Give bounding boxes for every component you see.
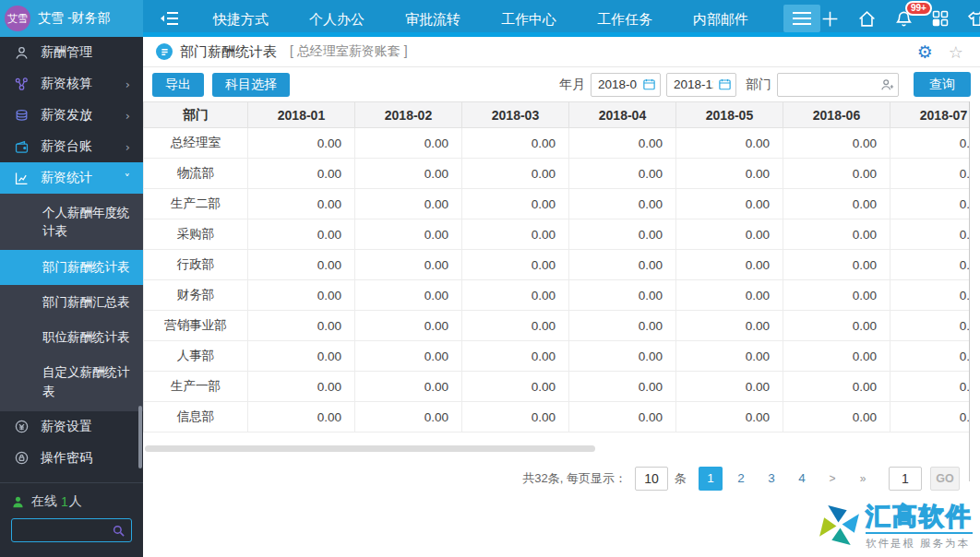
page-buttons: 1234: [699, 467, 814, 491]
calendar-icon[interactable]: [718, 77, 732, 91]
page-size-input[interactable]: [635, 467, 668, 491]
query-button[interactable]: 查询: [914, 72, 971, 97]
search-icon[interactable]: [112, 524, 125, 538]
dept-cell: 人事部: [144, 341, 248, 372]
value-cell: 0.00: [462, 372, 569, 402]
value-cell: 0.00: [462, 250, 569, 280]
table-row[interactable]: 生产二部0.000.000.000.000.000.000.00: [144, 189, 970, 219]
table-row[interactable]: 行政部0.000.000.000.000.000.000.00: [144, 250, 970, 280]
subject-select-button[interactable]: 科目选择: [212, 73, 290, 97]
user-avatar[interactable]: 艾雪: [5, 6, 30, 31]
value-cell: 0.00: [355, 128, 462, 159]
chevron-down-icon: ˅: [125, 172, 131, 185]
nav-item-1[interactable]: 个人办公: [289, 3, 385, 35]
value-cell: 0.00: [248, 280, 355, 311]
plus-icon[interactable]: [820, 9, 840, 29]
table-row[interactable]: 生产一部0.000.000.000.000.000.000.00: [144, 372, 970, 402]
value-cell: 0.00: [462, 341, 569, 372]
sidebar-item-5[interactable]: 薪资设置: [0, 411, 143, 443]
value-cell: 0.00: [890, 219, 970, 250]
sidebar-search-input[interactable]: [12, 524, 112, 538]
topbar-icons: 99+: [820, 9, 980, 29]
value-cell: 0.00: [783, 219, 890, 250]
menu-burger-button[interactable]: [783, 5, 820, 32]
calendar-icon[interactable]: [642, 77, 656, 91]
page-button-2[interactable]: 2: [729, 467, 753, 491]
value-cell: 0.00: [569, 159, 676, 189]
next-page-button[interactable]: >: [820, 467, 844, 491]
sidebar-item-0[interactable]: 薪酬管理: [0, 37, 143, 68]
page-subtitle: [ 总经理室薪资账套 ]: [290, 43, 408, 60]
sidebar-scrollbar[interactable]: [138, 406, 142, 468]
table-row[interactable]: 采购部0.000.000.000.000.000.000.00: [144, 219, 970, 250]
sidebar-item-label: 薪资统计: [41, 170, 125, 186]
value-cell: 0.00: [783, 311, 890, 341]
page-button-1[interactable]: 1: [699, 467, 723, 491]
nav-item-2[interactable]: 审批流转: [385, 3, 481, 35]
value-cell: 0.00: [890, 402, 970, 433]
chevron-right-icon: ›: [125, 140, 130, 154]
table-row[interactable]: 信息部0.000.000.000.000.000.000.00: [144, 402, 970, 433]
sidebar-subitem-4-4[interactable]: 自定义薪酬统计表: [0, 355, 143, 409]
nav-item-3[interactable]: 工作中心: [481, 3, 577, 35]
value-cell: 0.00: [783, 341, 890, 372]
vertical-scrollbar-track[interactable]: [969, 101, 970, 481]
sidebar-collapse-icon[interactable]: [160, 9, 180, 28]
last-page-button[interactable]: »: [851, 467, 875, 491]
value-cell: 0.00: [355, 250, 462, 280]
sidebar-item-4[interactable]: 薪资统计˅: [0, 162, 143, 194]
dept-cell: 生产二部: [144, 189, 248, 219]
topbar: 艾雪 艾雪 -财务部 快捷方式个人办公审批流转工作中心工作任务内部邮件 99+: [0, 0, 980, 37]
theme-icon[interactable]: [967, 9, 980, 29]
value-cell: 0.00: [569, 280, 676, 311]
value-cell: 0.00: [890, 341, 970, 372]
home-icon[interactable]: [857, 9, 877, 29]
goto-page-input[interactable]: [889, 467, 922, 491]
column-header: 2018-05: [676, 102, 783, 128]
circle-salary-icon: [14, 419, 30, 435]
table-row[interactable]: 物流部0.000.000.000.000.000.000.00: [144, 159, 970, 189]
value-cell: 0.00: [783, 128, 890, 159]
value-cell: 0.00: [676, 311, 783, 341]
nav-item-0[interactable]: 快捷方式: [193, 3, 289, 35]
export-button[interactable]: 导出: [152, 73, 204, 97]
sidebar-item-6[interactable]: 操作密码: [0, 443, 143, 474]
page-button-3[interactable]: 3: [759, 467, 783, 491]
nav-item-5[interactable]: 内部邮件: [673, 3, 769, 35]
apps-icon[interactable]: [931, 9, 950, 28]
sidebar-item-1[interactable]: 薪资核算›: [0, 68, 143, 100]
value-cell: 0.00: [890, 280, 970, 311]
value-cell: 0.00: [569, 128, 676, 159]
online-label: 在线: [31, 493, 57, 510]
page-button-4[interactable]: 4: [790, 467, 814, 491]
value-cell: 0.00: [676, 280, 783, 311]
table-row[interactable]: 营销事业部0.000.000.000.000.000.000.00: [144, 311, 970, 341]
dept-cell: 总经理室: [144, 128, 248, 159]
topnav-menu: 快捷方式个人办公审批流转工作中心工作任务内部邮件: [193, 3, 769, 35]
horizontal-scrollbar-thumb[interactable]: [145, 445, 595, 452]
dept-cell: 营销事业部: [144, 311, 248, 341]
sidebar-item-2[interactable]: 薪资发放›: [0, 100, 143, 131]
vendor-name: 汇高软件: [866, 504, 973, 529]
sidebar-item-3[interactable]: 薪资台账›: [0, 131, 143, 162]
person-picker-icon[interactable]: [879, 77, 894, 92]
table-row[interactable]: 人事部0.000.000.000.000.000.000.00: [144, 341, 970, 372]
value-cell: 0.00: [569, 250, 676, 280]
value-cell: 0.00: [676, 189, 783, 219]
sidebar-subitem-4-1[interactable]: 部门薪酬统计表: [0, 250, 143, 285]
bell-icon[interactable]: 99+: [894, 9, 914, 29]
table-row[interactable]: 总经理室0.000.000.000.000.000.000.00: [144, 128, 970, 159]
brand-title: 艾雪 -财务部: [38, 10, 111, 27]
sidebar-subitem-4-3[interactable]: 职位薪酬统计表: [0, 320, 143, 355]
settings-gear-icon[interactable]: ⚙: [917, 41, 933, 62]
nodes-icon: [14, 76, 30, 92]
sidebar-subitem-4-0[interactable]: 个人薪酬年度统计表: [0, 196, 143, 250]
go-button[interactable]: GO: [930, 467, 960, 491]
sidebar-subitem-4-2[interactable]: 部门薪酬汇总表: [0, 285, 143, 320]
value-cell: 0.00: [462, 159, 569, 189]
nav-item-4[interactable]: 工作任务: [577, 3, 673, 35]
table-row[interactable]: 财务部0.000.000.000.000.000.000.00: [144, 280, 970, 311]
sidebar-search-box: [11, 518, 132, 542]
favorite-star-icon[interactable]: ☆: [949, 42, 963, 62]
value-cell: 0.00: [676, 159, 783, 189]
